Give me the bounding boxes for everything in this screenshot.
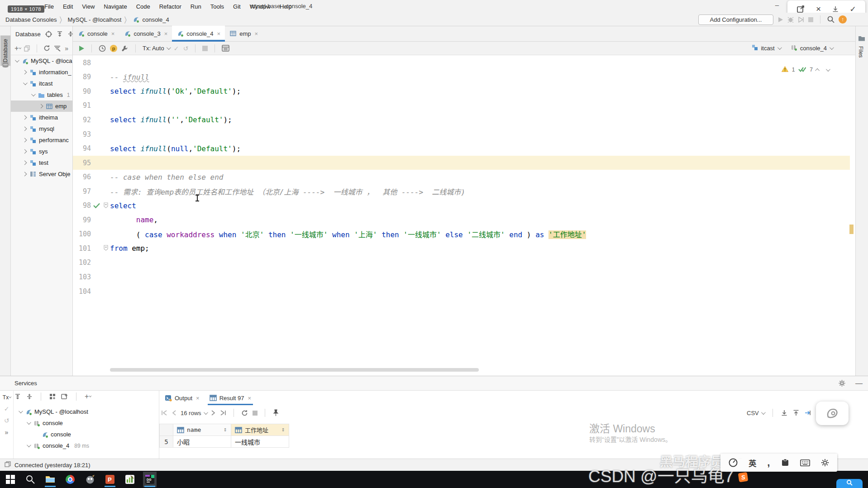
chevron-right-icon[interactable]: [22, 161, 27, 164]
tree-item-mysql-loca[interactable]: MySQL - @loca: [11, 55, 72, 67]
stop2-icon[interactable]: [253, 411, 258, 416]
taskbar-windows-start-icon[interactable]: [4, 472, 17, 487]
session-selector[interactable]: console_4: [791, 44, 833, 52]
copy-icon[interactable]: [24, 45, 30, 52]
exportto-icon[interactable]: [805, 410, 812, 416]
refresh-icon[interactable]: [43, 45, 50, 52]
tree-item-console_4[interactable]: console_489 ms: [14, 440, 158, 451]
add-icon[interactable]: +: [85, 392, 91, 401]
code-line-88[interactable]: 88: [73, 56, 850, 70]
tree-item-server-obje[interactable]: Server Obje: [11, 168, 72, 180]
editor-tab-console[interactable]: console×: [73, 26, 119, 41]
chevron-right-icon[interactable]: [22, 71, 27, 74]
tree-item-itcast[interactable]: itcast: [11, 78, 72, 89]
table-cell[interactable]: 小昭: [173, 436, 231, 448]
check-icon[interactable]: ✓: [4, 405, 10, 412]
gear-icon[interactable]: [839, 380, 845, 387]
schema-selector[interactable]: itcast: [752, 44, 780, 52]
code-line-100[interactable]: 100 ( case workaddress when '北京' then '一…: [73, 227, 850, 242]
commit-icon[interactable]: ✓: [174, 45, 179, 52]
menu-file[interactable]: File: [40, 0, 58, 13]
more2-icon[interactable]: »: [5, 429, 9, 436]
reload-icon[interactable]: [241, 410, 248, 416]
menu-edit[interactable]: Edit: [58, 0, 77, 13]
download-icon[interactable]: [781, 410, 787, 416]
sort-icon[interactable]: ⇕: [224, 427, 227, 432]
taskbar-search-icon[interactable]: [24, 472, 37, 487]
sogou-icon[interactable]: S: [738, 472, 749, 483]
chevron-right-icon[interactable]: [22, 139, 27, 142]
breadcrumb-item[interactable]: console_4: [142, 16, 169, 23]
fold-marker-icon[interactable]: [102, 245, 110, 252]
close-icon[interactable]: ×: [217, 30, 221, 37]
tree-item-console[interactable]: console: [14, 429, 158, 440]
magnifier-app-icon[interactable]: [836, 479, 863, 488]
tree-item-mysql[interactable]: mysql: [11, 123, 72, 134]
ddl-icon[interactable]: [54, 45, 61, 52]
code-line-95[interactable]: 95: [73, 156, 850, 170]
tree-item-tables[interactable]: tables1: [11, 89, 72, 100]
chevron-right-icon[interactable]: [38, 105, 43, 108]
chevron-down-icon[interactable]: [14, 59, 19, 62]
addgroup-icon[interactable]: [61, 393, 68, 400]
scrollbar-stripe-mark[interactable]: [849, 225, 854, 234]
code-line-103[interactable]: 103: [73, 270, 850, 284]
menu-git[interactable]: Git: [229, 0, 245, 13]
editor-tab-emp[interactable]: emp×: [225, 26, 262, 41]
chevron-right-icon[interactable]: [22, 150, 27, 153]
tree-item-emp[interactable]: emp: [11, 100, 72, 112]
column-header-name[interactable]: name⇕: [173, 424, 231, 436]
ime-imegear-icon[interactable]: [821, 459, 829, 467]
menu-run[interactable]: Run: [186, 0, 206, 13]
add-icon[interactable]: +: [14, 44, 20, 53]
ime-clipboard-icon[interactable]: [781, 459, 789, 467]
editor-tab-console_3[interactable]: console_3×: [119, 26, 172, 41]
fold-marker-icon[interactable]: [102, 202, 110, 209]
taskbar-powerpoint-icon[interactable]: P: [103, 472, 117, 487]
close-icon[interactable]: ×: [248, 395, 252, 402]
param-icon[interactable]: p: [110, 45, 117, 52]
coverage-disabled-icon[interactable]: [798, 17, 804, 23]
chevron-right-icon[interactable]: [22, 116, 27, 119]
browser-icon[interactable]: [222, 45, 229, 52]
tree-item-mysql-localhost[interactable]: MySQL - @localhost: [14, 406, 158, 417]
clock-icon[interactable]: [99, 45, 106, 52]
code-line-89[interactable]: 89-- ifnull: [73, 70, 850, 85]
menu-refactor[interactable]: Refactor: [155, 0, 186, 13]
stop-disabled-icon[interactable]: [808, 17, 813, 22]
files-tool-tab[interactable]: Files: [858, 46, 864, 57]
taskbar-datagrip-icon[interactable]: DG: [143, 472, 157, 487]
run-disabled-icon[interactable]: [777, 17, 783, 23]
debug-disabled-icon[interactable]: [787, 16, 794, 23]
more-icon[interactable]: »: [65, 45, 68, 52]
code-line-92[interactable]: 92select ifnull('','Default');: [73, 113, 850, 127]
ime-dial-icon[interactable]: [729, 458, 738, 467]
first-icon[interactable]: [161, 410, 167, 416]
code-line-101[interactable]: 101from emp;: [73, 241, 850, 256]
menu-tools[interactable]: Tools: [206, 0, 229, 13]
tree-item-console[interactable]: console: [14, 417, 158, 429]
tree-item-sys[interactable]: sys: [11, 146, 72, 157]
close-icon[interactable]: ×: [164, 30, 168, 37]
close-icon[interactable]: ×: [254, 30, 258, 37]
code-line-97[interactable]: 97-- 需求: 查询emp表的员工姓名和工作地址 （北京/上海 ----> 一…: [73, 184, 850, 199]
chevron-down-icon[interactable]: [25, 421, 31, 425]
page-size-selector[interactable]: 16 rows: [181, 410, 207, 416]
code-line-94[interactable]: 94select ifnull(null,'Default');: [73, 141, 850, 156]
update-icon[interactable]: ↑: [839, 15, 847, 24]
group-icon[interactable]: [49, 393, 56, 400]
upload-icon[interactable]: [793, 410, 799, 416]
edit-icon[interactable]: [796, 5, 805, 13]
horizontal-scrollbar[interactable]: [110, 368, 479, 372]
ime-toolbar[interactable]: 英,: [720, 454, 837, 472]
search-icon[interactable]: [827, 16, 835, 23]
minimize-icon[interactable]: –: [772, 1, 782, 9]
ime-keyboard-icon[interactable]: [800, 459, 810, 466]
taskbar-typora-icon[interactable]: [123, 472, 137, 487]
collapse-all-icon[interactable]: [26, 393, 33, 400]
taskbar-gimp-icon[interactable]: [83, 472, 97, 487]
export-format-selector[interactable]: CSV: [747, 410, 764, 416]
chevron-right-icon[interactable]: [22, 172, 27, 176]
last-icon[interactable]: [220, 410, 226, 416]
result-tab-output[interactable]: Output×: [163, 392, 201, 405]
